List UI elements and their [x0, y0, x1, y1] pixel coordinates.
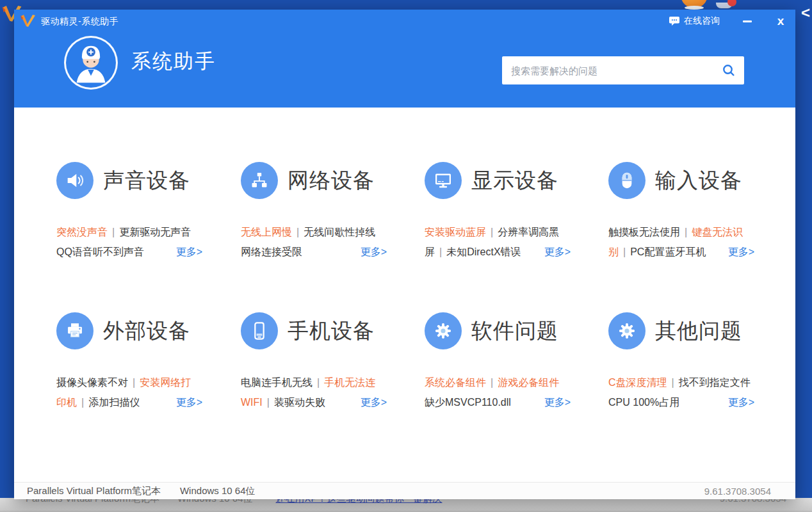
more-link[interactable]: 更多> [361, 242, 387, 262]
more-link[interactable]: 更多> [728, 242, 754, 262]
more-link[interactable]: 更多> [361, 392, 387, 412]
category-input-devices: 输入设备 触摸板无法使用|键盘无法识 别|PC配置蓝牙耳机更多> [608, 162, 770, 277]
issue-link[interactable]: 屏 [425, 246, 435, 257]
separator: | [685, 227, 687, 237]
category-title: 声音设备 [103, 166, 190, 195]
issue-link[interactable]: QQ语音听不到声音 [56, 246, 144, 257]
category-title: 外部设备 [103, 317, 190, 346]
platform-text: Parallels Virtual Platform笔记本 [27, 485, 161, 497]
issue-link[interactable]: 无线上网慢 [241, 227, 292, 237]
separator: | [296, 227, 299, 237]
separator: | [317, 377, 320, 388]
search-icon[interactable] [721, 63, 736, 78]
issue-link[interactable]: 安装驱动蓝屏 [425, 227, 486, 237]
version-text: 9.61.3708.3054 [704, 486, 771, 497]
issue-link[interactable]: 触摸板无法使用 [608, 227, 680, 237]
category-other-problems: 其他问题 C盘深度清理|找不到指定文件 CPU 100%占用更多> [608, 312, 770, 428]
issue-link[interactable]: 缺少MSVCP110.dll [425, 397, 511, 408]
page-title: 系统助手 [131, 48, 216, 75]
category-grid: 声音设备 突然没声音|更新驱动无声音 QQ语音听不到声音更多> 网络设备 无线上… [14, 108, 795, 482]
minimize-button[interactable] [736, 12, 758, 31]
issue-link[interactable]: 系统必备组件 [425, 377, 486, 388]
speaker-icon [56, 162, 93, 199]
category-phone-devices: 手机设备 电脑连手机无线|手机无法连 WIFI|装驱动失败更多> [241, 312, 402, 428]
category-title: 网络设备 [288, 166, 375, 195]
issue-link[interactable]: CPU 100%占用 [608, 397, 679, 408]
more-link[interactable]: 更多> [176, 242, 202, 262]
category-title: 其他问题 [655, 317, 742, 346]
chat-bubble-icon [669, 16, 680, 26]
gear-icon [608, 312, 646, 349]
issue-link[interactable]: 键盘无法识 [692, 227, 743, 237]
category-display-devices: 显示设备 安装驱动蓝屏|分辨率调高黑 屏|未知DirectX错误更多> [425, 162, 586, 277]
statusbar: Parallels Virtual Platform笔记本 Windows 10… [14, 482, 795, 499]
issue-link[interactable]: WIFI [241, 397, 263, 408]
separator: | [81, 397, 84, 408]
category-title: 输入设备 [655, 166, 742, 195]
background-notification-badge [727, 0, 736, 6]
os-text: Windows 10 64位 [180, 485, 256, 497]
online-consult-button[interactable]: 在线咨询 [669, 15, 720, 27]
gear-icon [425, 312, 462, 349]
category-software-problems: 软件问题 系统必备组件|游戏必备组件 缺少MSVCP110.dll更多> [425, 312, 586, 428]
issue-link[interactable]: 未知DirectX错误 [446, 246, 521, 257]
issue-link[interactable]: 找不到指定文件 [679, 377, 751, 388]
issue-link[interactable]: 网络连接受限 [241, 246, 302, 257]
search-box [502, 56, 744, 84]
system-assistant-window: 驱动精灵-系统助手 在线咨询 x [14, 10, 795, 499]
category-title: 显示设备 [471, 166, 558, 195]
more-link[interactable]: 更多> [728, 392, 754, 412]
app-logo-icon [20, 13, 37, 31]
background-window-statusbar: Parallels Virtual Platform笔记本 Windows 10… [0, 498, 812, 512]
category-external-devices: 外部设备 摄像头像素不对|安装网络打 印机|添加扫描仪更多> [56, 312, 218, 428]
issue-link[interactable]: 印机 [56, 397, 77, 408]
issue-link[interactable]: 安装网络打 [140, 377, 191, 388]
separator: | [491, 227, 493, 237]
separator: | [112, 227, 115, 237]
issue-link[interactable]: 更新驱动无声音 [119, 227, 191, 237]
separator: | [133, 377, 135, 388]
close-button[interactable]: x [770, 12, 792, 31]
phone-icon [241, 312, 278, 349]
separator: | [439, 246, 442, 257]
issue-link[interactable]: C盘深度清理 [608, 377, 667, 388]
issue-link[interactable]: 电脑连手机无线 [241, 377, 313, 388]
category-title: 软件问题 [471, 317, 558, 346]
window-title: 驱动精灵-系统助手 [41, 10, 118, 33]
network-icon [241, 162, 278, 199]
category-title: 手机设备 [288, 317, 375, 346]
issue-link[interactable]: PC配置蓝牙耳机 [630, 246, 706, 257]
separator: | [672, 377, 674, 388]
search-input[interactable] [511, 65, 721, 76]
issue-link[interactable]: 无线间歇性掉线 [304, 227, 375, 237]
issue-link[interactable]: 装驱动失败 [274, 397, 325, 408]
more-link[interactable]: 更多> [176, 392, 202, 412]
more-link[interactable]: 更多> [544, 242, 571, 262]
issue-link[interactable]: 手机无法连 [324, 377, 375, 388]
monitor-icon [425, 162, 462, 199]
collapse-chevron-icon[interactable]: < [801, 4, 810, 22]
more-link[interactable]: 更多> [544, 392, 571, 412]
issue-link[interactable]: 游戏必备组件 [498, 377, 559, 388]
issue-link[interactable]: 添加扫描仪 [88, 397, 140, 408]
doctor-avatar-icon [64, 36, 118, 90]
printer-icon [56, 312, 93, 349]
separator: | [267, 397, 270, 408]
online-consult-label: 在线咨询 [684, 15, 720, 27]
category-network-devices: 网络设备 无线上网慢|无线间歇性掉线 网络连接受限更多> [241, 162, 402, 277]
separator: | [623, 246, 626, 257]
issue-link[interactable]: 分辨率调高黑 [498, 227, 559, 237]
separator: | [491, 377, 493, 388]
issue-link[interactable]: 摄像头像素不对 [56, 377, 128, 388]
category-sound-devices: 声音设备 突然没声音|更新驱动无声音 QQ语音听不到声音更多> [56, 162, 218, 277]
issue-link[interactable]: 突然没声音 [56, 227, 108, 237]
issue-link[interactable]: 别 [608, 246, 619, 257]
mouse-icon [608, 162, 646, 199]
titlebar: 驱动精灵-系统助手 在线咨询 x [14, 10, 795, 33]
